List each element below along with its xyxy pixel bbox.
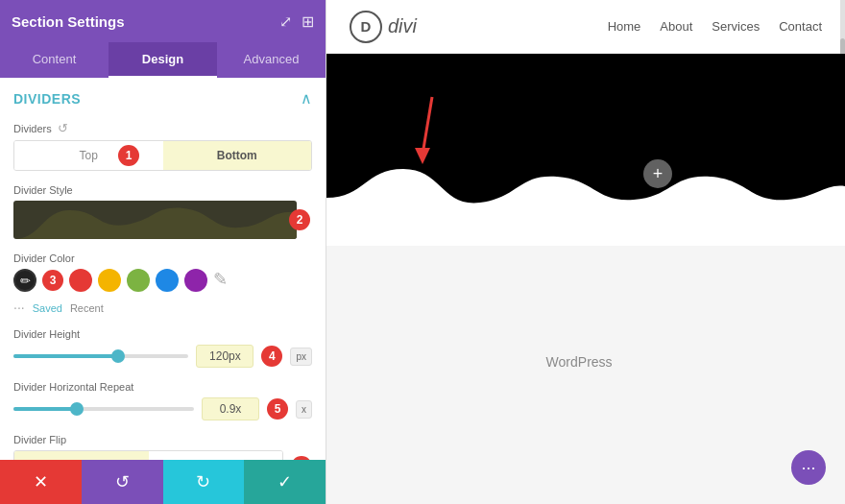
flip-horizontal-btn[interactable]: ⇔ [14,451,149,460]
divider-height-thumb[interactable] [111,349,125,363]
divider-hrepeat-thumb[interactable] [70,402,84,416]
divider-color-label: Divider Color [13,252,312,264]
divider-height-value[interactable]: 120px [196,345,254,368]
divider-hrepeat-track[interactable] [13,407,194,411]
collapse-icon[interactable]: ∧ [301,89,312,108]
color-swatch-yellow[interactable] [98,269,121,292]
color-swatch-blue[interactable] [156,269,179,292]
divider-style-preview[interactable] [13,201,297,239]
divider-height-label: Divider Height [13,328,312,340]
logo-circle: D [350,11,382,43]
color-swatch-purple[interactable] [184,269,207,292]
nav-contact[interactable]: Contact [779,19,822,34]
color-swatches-row: ✏ 3 ✎ [13,269,232,292]
reset-button[interactable]: ↺ [82,460,163,504]
panel-title: Section Settings [12,13,125,30]
plus-icon: + [653,164,664,184]
preview-area: + WordPress ··· [326,54,845,504]
plus-button[interactable]: + [643,159,672,188]
divider-height-field-row: Divider Height 120px 4 px [13,328,312,368]
badge-1: 1 [118,145,139,166]
nav-services[interactable]: Services [712,19,760,34]
dividers-section-heading: Dividers ∧ [13,89,312,108]
divider-hrepeat-value[interactable]: 0.9x [202,397,259,420]
divider-hrepeat-fill [13,407,77,411]
color-swatch-pencil[interactable]: ✏ [13,269,36,292]
svg-line-0 [422,97,432,155]
divider-color-field-row: Divider Color ✏ 3 ✎ ··· Saved Recent [13,252,312,315]
tab-advanced[interactable]: Advanced [217,42,326,78]
badge-4: 4 [261,346,282,367]
nav-home[interactable]: Home [608,19,641,34]
refresh-button[interactable]: ↻ [163,460,245,504]
grid-icon[interactable]: ⊞ [302,12,314,31]
color-edit-icon[interactable]: ✎ [213,269,232,292]
color-swatch-red[interactable] [69,269,92,292]
cancel-button[interactable]: ✕ [0,460,82,504]
dividers-reset-icon[interactable]: ↺ [58,121,68,135]
panel-body: Dividers ∧ Dividers ↺ Top 1 Bottom Divid… [0,78,326,460]
toggle-bottom[interactable]: Bottom [163,141,312,170]
recent-link[interactable]: Recent [70,302,104,314]
logo-area: D divi [350,11,417,43]
nav-links: Home About Services Contact [608,19,822,34]
right-panel: D divi Home About Services Contact + Wor… [326,0,845,504]
wordpress-text: WordPress [546,354,613,370]
expand-icon[interactable]: ⤢ [279,12,292,31]
divider-height-slider-row: 120px 4 px [13,345,312,368]
saved-link[interactable]: Saved [33,302,62,314]
flip-toggle-group: ⇔ ⇕ [13,450,283,460]
dividers-label: Dividers ↺ [13,121,312,135]
three-dot-icon: ··· [801,458,815,478]
divider-flip-label: Divider Flip [13,434,312,445]
divider-height-track[interactable] [13,354,188,358]
nav-bar: D divi Home About Services Contact [326,0,845,54]
divider-height-fill [13,354,118,358]
panel-footer: ✕ ↺ ↻ ✓ [0,460,326,504]
color-links: Saved Recent [33,302,104,314]
divider-hrepeat-label: Divider Horizontal Repeat [13,381,312,393]
tabs-row: Content Design Advanced [0,42,326,78]
tab-design[interactable]: Design [109,42,217,78]
badge-2: 2 [289,209,310,230]
divider-hrepeat-slider-row: 0.9x 5 x [13,397,312,420]
divider-flip-field-row: Divider Flip ⇔ ⇕ 6 [13,434,312,460]
three-dot-button[interactable]: ··· [791,450,826,485]
divider-hrepeat-field-row: Divider Horizontal Repeat 0.9x 5 x [13,381,312,420]
tab-content[interactable]: Content [0,42,109,78]
divider-style-field-row: Divider Style 2 [13,184,312,239]
unit-toggle-repeat[interactable]: x [296,400,312,419]
badge-5: 5 [267,398,288,420]
badge-3: 3 [42,270,63,291]
flip-vertical-btn[interactable]: ⇕ [149,451,283,460]
style-row: 2 [13,201,297,239]
toggle-top[interactable]: Top [14,141,163,170]
divider-style-label: Divider Style [13,184,312,196]
unit-toggle-height[interactable]: px [290,348,312,366]
color-swatch-green[interactable] [127,269,150,292]
red-arrow [403,92,461,169]
nav-about[interactable]: About [660,19,692,34]
dividers-field-row: Dividers ↺ Top 1 Bottom [13,121,312,171]
top-bottom-toggle: Top 1 Bottom [13,140,312,171]
header-icons: ⤢ ⊞ [279,12,314,31]
left-panel: Section Settings ⤢ ⊞ Content Design Adva… [0,0,326,504]
logo-text: divi [388,15,417,37]
panel-header: Section Settings ⤢ ⊞ [0,0,326,42]
dividers-title: Dividers [13,91,81,107]
save-button[interactable]: ✓ [244,460,326,504]
dots-icon: ··· [13,300,25,315]
svg-marker-1 [415,148,430,164]
